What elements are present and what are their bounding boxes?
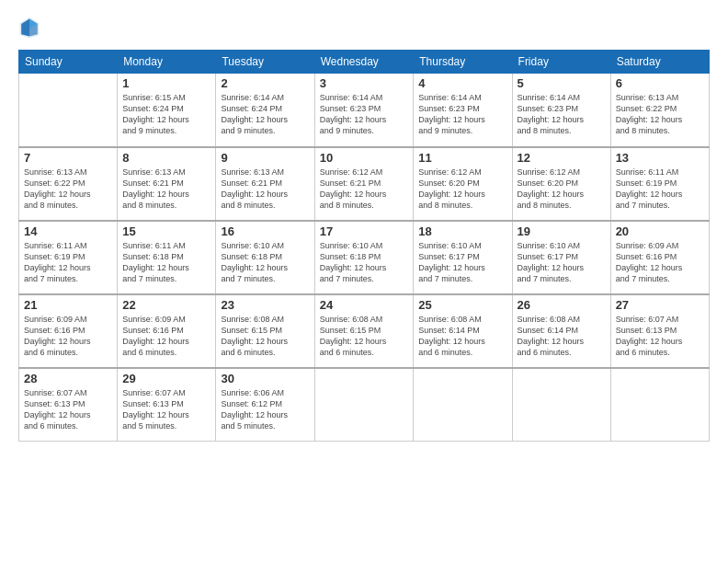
calendar-cell: 18Sunrise: 6:10 AMSunset: 6:17 PMDayligh…	[414, 221, 512, 294]
day-info: Sunrise: 6:11 AMSunset: 6:19 PMDaylight:…	[24, 240, 112, 285]
calendar-cell: 27Sunrise: 6:07 AMSunset: 6:13 PMDayligh…	[610, 294, 709, 368]
day-info: Sunrise: 6:10 AMSunset: 6:18 PMDaylight:…	[221, 240, 309, 285]
page: SundayMondayTuesdayWednesdayThursdayFrid…	[0, 0, 728, 563]
day-number: 26	[518, 298, 606, 312]
day-info: Sunrise: 6:08 AMSunset: 6:15 PMDaylight:…	[320, 314, 409, 359]
calendar-cell: 28Sunrise: 6:07 AMSunset: 6:13 PMDayligh…	[19, 368, 118, 442]
calendar-cell: 19Sunrise: 6:10 AMSunset: 6:17 PMDayligh…	[512, 221, 610, 294]
day-number: 14	[24, 224, 112, 238]
day-number: 12	[518, 151, 606, 165]
calendar-cell: 25Sunrise: 6:08 AMSunset: 6:14 PMDayligh…	[414, 294, 512, 368]
day-number: 29	[122, 372, 210, 385]
calendar-cell	[19, 74, 118, 147]
day-info: Sunrise: 6:15 AMSunset: 6:24 PMDaylight:…	[122, 92, 210, 137]
day-info: Sunrise: 6:09 AMSunset: 6:16 PMDaylight:…	[24, 314, 112, 359]
calendar-cell: 6Sunrise: 6:13 AMSunset: 6:22 PMDaylight…	[610, 74, 709, 147]
week-row-1: 7Sunrise: 6:13 AMSunset: 6:22 PMDaylight…	[19, 147, 710, 221]
day-number: 1	[122, 76, 210, 90]
day-info: Sunrise: 6:13 AMSunset: 6:21 PMDaylight:…	[221, 167, 309, 212]
col-header-sunday: Sunday	[19, 51, 118, 74]
day-info: Sunrise: 6:07 AMSunset: 6:13 PMDaylight:…	[122, 387, 210, 432]
day-info: Sunrise: 6:11 AMSunset: 6:18 PMDaylight:…	[122, 240, 210, 285]
calendar-cell	[314, 368, 414, 442]
calendar-cell: 20Sunrise: 6:09 AMSunset: 6:16 PMDayligh…	[610, 221, 709, 294]
day-info: Sunrise: 6:10 AMSunset: 6:18 PMDaylight:…	[320, 240, 409, 285]
calendar-cell: 22Sunrise: 6:09 AMSunset: 6:16 PMDayligh…	[118, 294, 216, 368]
calendar: SundayMondayTuesdayWednesdayThursdayFrid…	[18, 50, 710, 442]
day-info: Sunrise: 6:13 AMSunset: 6:22 PMDaylight:…	[24, 167, 112, 212]
calendar-cell: 9Sunrise: 6:13 AMSunset: 6:21 PMDaylight…	[216, 147, 314, 221]
calendar-cell: 29Sunrise: 6:07 AMSunset: 6:13 PMDayligh…	[118, 368, 216, 442]
col-header-monday: Monday	[118, 51, 216, 74]
day-number: 22	[122, 298, 210, 312]
day-info: Sunrise: 6:10 AMSunset: 6:17 PMDaylight:…	[518, 240, 606, 285]
day-info: Sunrise: 6:12 AMSunset: 6:20 PMDaylight:…	[518, 167, 606, 212]
calendar-cell: 1Sunrise: 6:15 AMSunset: 6:24 PMDaylight…	[118, 74, 216, 147]
col-header-wednesday: Wednesday	[314, 51, 414, 74]
calendar-cell: 12Sunrise: 6:12 AMSunset: 6:20 PMDayligh…	[512, 147, 610, 221]
calendar-cell: 14Sunrise: 6:11 AMSunset: 6:19 PMDayligh…	[19, 221, 118, 294]
week-row-0: 1Sunrise: 6:15 AMSunset: 6:24 PMDaylight…	[19, 74, 710, 147]
day-number: 18	[418, 224, 506, 238]
day-number: 13	[616, 151, 704, 165]
day-info: Sunrise: 6:14 AMSunset: 6:24 PMDaylight:…	[221, 92, 309, 137]
calendar-cell: 7Sunrise: 6:13 AMSunset: 6:22 PMDaylight…	[19, 147, 118, 221]
day-info: Sunrise: 6:07 AMSunset: 6:13 PMDaylight:…	[24, 387, 112, 432]
day-number: 20	[616, 224, 704, 238]
calendar-cell: 26Sunrise: 6:08 AMSunset: 6:14 PMDayligh…	[512, 294, 610, 368]
day-number: 9	[221, 151, 309, 165]
day-info: Sunrise: 6:08 AMSunset: 6:14 PMDaylight:…	[418, 314, 506, 359]
calendar-cell: 16Sunrise: 6:10 AMSunset: 6:18 PMDayligh…	[216, 221, 314, 294]
day-info: Sunrise: 6:08 AMSunset: 6:15 PMDaylight:…	[221, 314, 309, 359]
week-row-2: 14Sunrise: 6:11 AMSunset: 6:19 PMDayligh…	[19, 221, 710, 294]
col-header-tuesday: Tuesday	[216, 51, 314, 74]
calendar-cell: 4Sunrise: 6:14 AMSunset: 6:23 PMDaylight…	[414, 74, 512, 147]
calendar-cell: 13Sunrise: 6:11 AMSunset: 6:19 PMDayligh…	[610, 147, 709, 221]
day-number: 2	[221, 76, 309, 90]
day-info: Sunrise: 6:07 AMSunset: 6:13 PMDaylight:…	[616, 314, 704, 359]
col-header-saturday: Saturday	[610, 51, 709, 74]
day-number: 4	[418, 76, 506, 90]
day-info: Sunrise: 6:06 AMSunset: 6:12 PMDaylight:…	[221, 387, 309, 432]
day-number: 16	[221, 224, 309, 238]
day-number: 19	[518, 224, 606, 238]
day-info: Sunrise: 6:10 AMSunset: 6:17 PMDaylight:…	[418, 240, 506, 285]
day-number: 25	[418, 298, 506, 312]
calendar-cell: 23Sunrise: 6:08 AMSunset: 6:15 PMDayligh…	[216, 294, 314, 368]
col-header-thursday: Thursday	[414, 51, 512, 74]
calendar-cell	[414, 368, 512, 442]
week-row-4: 28Sunrise: 6:07 AMSunset: 6:13 PMDayligh…	[19, 368, 710, 442]
calendar-cell: 3Sunrise: 6:14 AMSunset: 6:23 PMDaylight…	[314, 74, 414, 147]
day-info: Sunrise: 6:14 AMSunset: 6:23 PMDaylight:…	[418, 92, 506, 137]
day-info: Sunrise: 6:12 AMSunset: 6:21 PMDaylight:…	[320, 167, 409, 212]
day-info: Sunrise: 6:09 AMSunset: 6:16 PMDaylight:…	[122, 314, 210, 359]
day-info: Sunrise: 6:11 AMSunset: 6:19 PMDaylight:…	[616, 167, 704, 212]
day-info: Sunrise: 6:13 AMSunset: 6:21 PMDaylight:…	[122, 167, 210, 212]
calendar-cell: 8Sunrise: 6:13 AMSunset: 6:21 PMDaylight…	[118, 147, 216, 221]
day-number: 21	[24, 298, 112, 312]
day-info: Sunrise: 6:14 AMSunset: 6:23 PMDaylight:…	[518, 92, 606, 137]
header-row: SundayMondayTuesdayWednesdayThursdayFrid…	[19, 51, 710, 74]
col-header-friday: Friday	[512, 51, 610, 74]
day-info: Sunrise: 6:14 AMSunset: 6:23 PMDaylight:…	[320, 92, 409, 137]
day-number: 15	[122, 224, 210, 238]
day-number: 3	[320, 76, 409, 90]
calendar-cell: 2Sunrise: 6:14 AMSunset: 6:24 PMDaylight…	[216, 74, 314, 147]
calendar-cell	[610, 368, 709, 442]
day-info: Sunrise: 6:13 AMSunset: 6:22 PMDaylight:…	[616, 92, 704, 137]
calendar-cell: 11Sunrise: 6:12 AMSunset: 6:20 PMDayligh…	[414, 147, 512, 221]
calendar-cell: 15Sunrise: 6:11 AMSunset: 6:18 PMDayligh…	[118, 221, 216, 294]
calendar-cell: 24Sunrise: 6:08 AMSunset: 6:15 PMDayligh…	[314, 294, 414, 368]
logo	[18, 15, 42, 40]
day-number: 27	[616, 298, 704, 312]
day-number: 11	[418, 151, 506, 165]
week-row-3: 21Sunrise: 6:09 AMSunset: 6:16 PMDayligh…	[19, 294, 710, 368]
day-number: 30	[221, 372, 309, 385]
logo-icon	[18, 15, 40, 40]
calendar-cell: 21Sunrise: 6:09 AMSunset: 6:16 PMDayligh…	[19, 294, 118, 368]
calendar-cell: 30Sunrise: 6:06 AMSunset: 6:12 PMDayligh…	[216, 368, 314, 442]
day-info: Sunrise: 6:08 AMSunset: 6:14 PMDaylight:…	[518, 314, 606, 359]
day-number: 5	[518, 76, 606, 90]
calendar-cell	[512, 368, 610, 442]
header	[18, 15, 710, 40]
